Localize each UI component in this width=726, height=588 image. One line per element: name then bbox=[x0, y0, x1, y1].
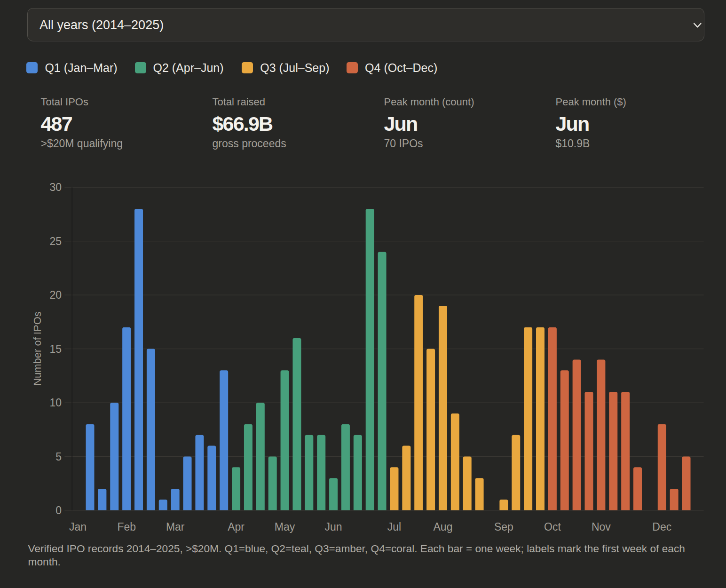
svg-text:0: 0 bbox=[55, 504, 62, 516]
svg-text:May: May bbox=[275, 521, 295, 533]
svg-text:Aug: Aug bbox=[434, 521, 453, 533]
svg-text:Number of IPOs: Number of IPOs bbox=[32, 311, 43, 386]
svg-text:15: 15 bbox=[49, 343, 62, 355]
svg-text:30: 30 bbox=[49, 181, 62, 193]
svg-text:Dec: Dec bbox=[652, 521, 671, 533]
svg-text:Sep: Sep bbox=[494, 521, 513, 533]
svg-text:Jan: Jan bbox=[69, 521, 87, 533]
svg-text:20: 20 bbox=[49, 289, 62, 301]
svg-text:Apr: Apr bbox=[228, 521, 245, 533]
svg-text:5: 5 bbox=[55, 451, 62, 463]
svg-text:Nov: Nov bbox=[592, 521, 611, 533]
svg-text:Feb: Feb bbox=[117, 521, 136, 533]
svg-text:Jul: Jul bbox=[387, 521, 401, 533]
svg-text:10: 10 bbox=[49, 397, 62, 409]
svg-text:Mar: Mar bbox=[166, 521, 185, 533]
svg-text:Oct: Oct bbox=[544, 521, 561, 533]
svg-text:Jun: Jun bbox=[325, 521, 342, 533]
svg-text:25: 25 bbox=[49, 235, 62, 247]
